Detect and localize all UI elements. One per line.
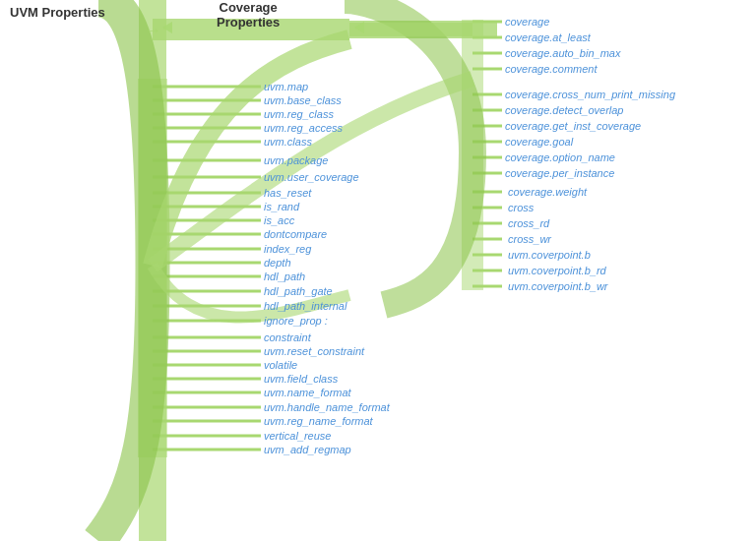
tree-diagram — [0, 0, 756, 541]
main-canvas: UVM Properties CoverageProperties → uvm.… — [0, 0, 756, 541]
